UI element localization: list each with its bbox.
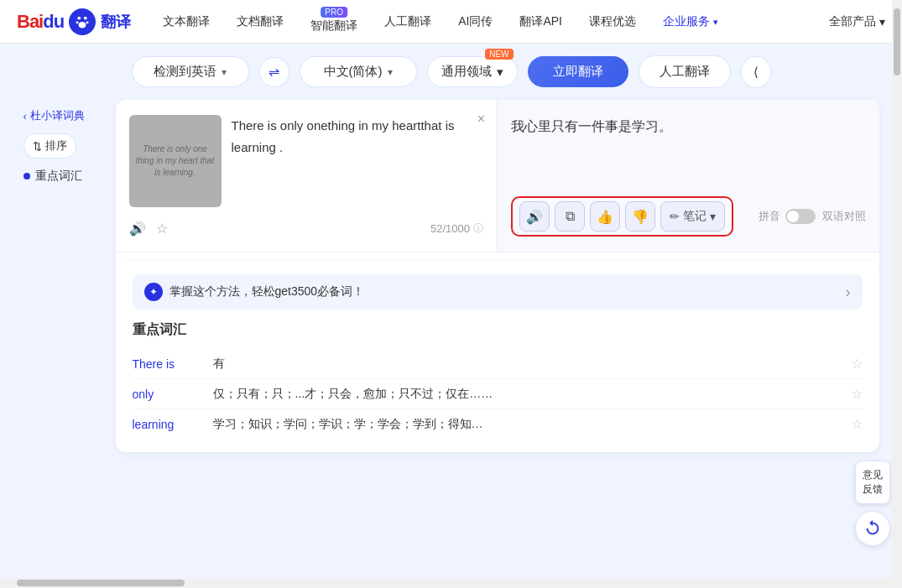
sound-icon: 🔊 <box>526 209 543 225</box>
sidebar-vocab-btn[interactable]: 重点词汇 <box>23 169 116 184</box>
pinyin-toggle-switch[interactable] <box>785 209 816 224</box>
navbar: Baidu 翻译 文本翻译 文档翻译 PRO 智能翻译 人工翻译 AI同传 翻译… <box>0 0 902 44</box>
nav-doc-translate[interactable]: 文档翻译 <box>233 14 287 29</box>
new-badge: NEW <box>485 49 513 60</box>
notes-icon: ✏ <box>670 210 680 223</box>
vocab-meaning-there-is: 有 <box>213 356 837 372</box>
promo-bar[interactable]: ✦ 掌握这个方法，轻松get3500必备词！ › <box>133 274 863 310</box>
source-actions: 🔊 ☆ <box>129 221 168 237</box>
svg-point-0 <box>78 16 81 19</box>
pro-badge: PRO <box>321 7 347 18</box>
source-preview-card: There is only one thing in my heart that… <box>129 115 484 207</box>
output-right: 拼音 双语对照 <box>759 209 866 224</box>
char-count: 52/1000 ⓘ <box>430 221 483 236</box>
nav-enterprise[interactable]: 企业服务 ▾ <box>660 14 722 29</box>
all-products-btn[interactable]: 全部产品 ▾ <box>829 14 885 29</box>
vocab-row: learning 学习；知识；学问；学识；学；学会；学到；得知… ☆ <box>133 409 863 439</box>
promo-arrow: › <box>846 284 851 301</box>
swap-lang-btn[interactable]: ⇌ <box>259 57 289 87</box>
translate-btn[interactable]: 立即翻译 <box>528 56 628 87</box>
pinyin-toggle: 拼音 <box>759 209 816 224</box>
svg-point-3 <box>86 21 89 23</box>
sort-icon: ⇅ <box>33 140 42 153</box>
logo: Baidu 翻译 <box>17 8 131 35</box>
nav-courses[interactable]: 课程优选 <box>586 14 639 29</box>
vocab-section: ✦ 掌握这个方法，轻松get3500必备词！ › 重点词汇 There is 有… <box>116 261 879 452</box>
nav-ai-sync[interactable]: AI同传 <box>455 14 496 29</box>
nav-text-translate[interactable]: 文本翻译 <box>159 14 213 29</box>
output-sound-btn[interactable]: 🔊 <box>519 201 550 232</box>
toolbar: 检测到英语 ▾ ⇌ 中文(简体) ▾ NEW 通用领域 ▾ 立即翻译 人工翻译 … <box>0 44 902 100</box>
thumbdown-icon: 👎 <box>632 209 649 225</box>
logo-baidu-text: Baidu <box>17 11 64 33</box>
target-lang-btn[interactable]: 中文(简体) ▾ <box>300 56 417 87</box>
svg-point-4 <box>79 22 86 29</box>
vocab-row: There is 有 ☆ <box>133 349 863 379</box>
vocab-word-learning[interactable]: learning <box>133 418 200 431</box>
promo-left: ✦ 掌握这个方法，轻松get3500必备词！ <box>144 283 365 301</box>
nav-translate-api[interactable]: 翻译API <box>516 14 566 29</box>
input-output-area: There is only one thing in my heart that… <box>116 100 879 252</box>
human-translate-btn[interactable]: 人工翻译 <box>639 55 731 88</box>
svg-point-1 <box>84 16 87 19</box>
sidebar: ‹ 杜小译词典 ⇅ 排序 重点词汇 <box>23 100 116 452</box>
source-lang-btn[interactable]: 检测到英语 ▾ <box>132 56 249 87</box>
vocab-dot <box>23 173 30 180</box>
thumbup-icon: 👍 <box>597 209 613 225</box>
paw-icon <box>69 8 96 35</box>
source-text-content[interactable]: There is only onething in my heartthat i… <box>232 115 484 207</box>
vocab-star-learning[interactable]: ☆ <box>851 416 863 432</box>
sidebar-dict-btn[interactable]: ‹ 杜小译词典 <box>23 108 116 123</box>
vocab-word-there-is[interactable]: There is <box>133 357 200 371</box>
source-star-btn[interactable]: ☆ <box>156 221 168 237</box>
output-thumbup-btn[interactable]: 👍 <box>590 201 620 232</box>
output-panel: 我心里只有一件事是学习。 🔊 ⧉ 👍 👎 <box>498 100 879 252</box>
source-lang-chevron: ▾ <box>222 66 227 78</box>
nav-right: 全部产品 ▾ <box>829 14 885 29</box>
notes-chevron: ▾ <box>710 210 716 223</box>
scrollbar-thumb[interactable] <box>894 8 900 75</box>
main-content: ‹ 杜小译词典 ⇅ 排序 重点词汇 There is only one thin… <box>7 100 896 469</box>
vocab-meaning-learning: 学习；知识；学问；学识；学；学会；学到；得知… <box>213 417 837 432</box>
vocab-table: There is 有 ☆ only 仅；只有；只；...才；只会，愈加；只不过；… <box>133 349 863 439</box>
sidebar-sort-btn[interactable]: ⇅ 排序 <box>23 133 76 159</box>
more-tools-btn[interactable]: ⟨ <box>741 56 771 88</box>
svg-point-2 <box>76 21 79 23</box>
promo-icon: ✦ <box>144 283 163 301</box>
preview-image: There is only one thing in my heart that… <box>129 115 222 207</box>
source-sound-btn[interactable]: 🔊 <box>129 221 146 237</box>
logo-fanyi-text: 翻译 <box>101 12 131 32</box>
swap-icon: ⇌ <box>269 64 279 80</box>
vocab-row: only 仅；只有；只；...才；只会，愈加；只不过；仅在…… ☆ <box>133 379 863 409</box>
vocab-title: 重点词汇 <box>133 321 863 339</box>
domain-chevron: ▾ <box>497 65 503 80</box>
enterprise-chevron: ▾ <box>713 17 718 27</box>
dict-arrow-icon: ‹ <box>23 110 27 122</box>
char-info-icon: ⓘ <box>473 221 483 236</box>
output-copy-btn[interactable]: ⧉ <box>555 201 585 232</box>
vocab-word-only[interactable]: only <box>133 388 200 401</box>
translation-panel: There is only one thing in my heart that… <box>116 100 879 452</box>
target-lang-chevron: ▾ <box>388 66 393 78</box>
preview-image-inner: There is only one thing in my heart that… <box>129 115 222 207</box>
domain-btn[interactable]: NEW 通用领域 ▾ <box>427 56 518 87</box>
close-source-btn[interactable]: × <box>477 112 485 127</box>
bilingual-label: 双语对照 <box>822 209 866 224</box>
vocab-star-there-is[interactable]: ☆ <box>851 356 863 372</box>
feedback-btn[interactable]: 意见 反馈 <box>855 461 890 469</box>
nav-human-translate[interactable]: 人工翻译 <box>381 14 435 29</box>
vocab-star-only[interactable]: ☆ <box>851 386 863 402</box>
source-footer: 🔊 ☆ 52/1000 ⓘ <box>129 221 484 237</box>
output-text: 我心里只有一件事是学习。 <box>511 115 866 186</box>
vocab-meaning-only: 仅；只有；只；...才；只会，愈加；只不过；仅在…… <box>213 387 837 402</box>
output-footer: 🔊 ⧉ 👍 👎 ✏ 笔记 <box>511 196 866 237</box>
output-notes-btn[interactable]: ✏ 笔记 ▾ <box>660 201 725 232</box>
toggle-knob <box>787 211 799 222</box>
output-thumbdown-btn[interactable]: 👎 <box>625 201 655 232</box>
nav-ai-translate[interactable]: PRO 智能翻译 <box>307 18 361 34</box>
copy-icon: ⧉ <box>566 209 575 224</box>
output-actions-container: 🔊 ⧉ 👍 👎 ✏ 笔记 <box>511 196 733 237</box>
page-scrollbar[interactable] <box>892 0 902 469</box>
source-panel: There is only one thing in my heart that… <box>116 100 498 252</box>
all-products-chevron: ▾ <box>879 15 885 29</box>
